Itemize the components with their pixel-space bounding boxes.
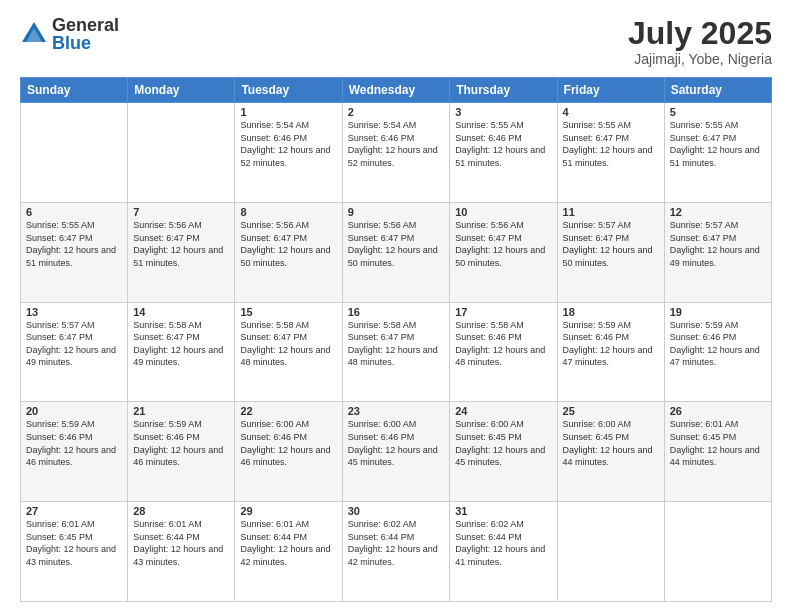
day-info: Sunrise: 5:59 AMSunset: 6:46 PMDaylight:…	[563, 319, 659, 369]
day-info: Sunrise: 5:58 AMSunset: 6:47 PMDaylight:…	[133, 319, 229, 369]
day-number: 10	[455, 206, 551, 218]
day-number: 21	[133, 405, 229, 417]
day-cell: 22Sunrise: 6:00 AMSunset: 6:46 PMDayligh…	[235, 402, 342, 502]
day-cell: 15Sunrise: 5:58 AMSunset: 6:47 PMDayligh…	[235, 302, 342, 402]
day-cell: 10Sunrise: 5:56 AMSunset: 6:47 PMDayligh…	[450, 202, 557, 302]
day-cell: 1Sunrise: 5:54 AMSunset: 6:46 PMDaylight…	[235, 103, 342, 203]
day-number: 6	[26, 206, 122, 218]
day-number: 16	[348, 306, 445, 318]
day-info: Sunrise: 5:58 AMSunset: 6:46 PMDaylight:…	[455, 319, 551, 369]
col-header-monday: Monday	[128, 78, 235, 103]
week-row-1: 1Sunrise: 5:54 AMSunset: 6:46 PMDaylight…	[21, 103, 772, 203]
day-cell: 8Sunrise: 5:56 AMSunset: 6:47 PMDaylight…	[235, 202, 342, 302]
day-number: 28	[133, 505, 229, 517]
day-cell: 26Sunrise: 6:01 AMSunset: 6:45 PMDayligh…	[664, 402, 771, 502]
day-cell: 9Sunrise: 5:56 AMSunset: 6:47 PMDaylight…	[342, 202, 450, 302]
day-info: Sunrise: 5:56 AMSunset: 6:47 PMDaylight:…	[133, 219, 229, 269]
day-number: 20	[26, 405, 122, 417]
day-number: 8	[240, 206, 336, 218]
day-cell: 17Sunrise: 5:58 AMSunset: 6:46 PMDayligh…	[450, 302, 557, 402]
day-number: 27	[26, 505, 122, 517]
day-number: 3	[455, 106, 551, 118]
day-cell: 12Sunrise: 5:57 AMSunset: 6:47 PMDayligh…	[664, 202, 771, 302]
day-cell: 14Sunrise: 5:58 AMSunset: 6:47 PMDayligh…	[128, 302, 235, 402]
day-cell: 29Sunrise: 6:01 AMSunset: 6:44 PMDayligh…	[235, 502, 342, 602]
day-info: Sunrise: 5:59 AMSunset: 6:46 PMDaylight:…	[26, 418, 122, 468]
day-number: 15	[240, 306, 336, 318]
day-cell	[128, 103, 235, 203]
day-number: 9	[348, 206, 445, 218]
col-header-saturday: Saturday	[664, 78, 771, 103]
day-info: Sunrise: 5:56 AMSunset: 6:47 PMDaylight:…	[240, 219, 336, 269]
logo-blue-text: Blue	[52, 34, 119, 52]
day-number: 25	[563, 405, 659, 417]
day-cell	[557, 502, 664, 602]
day-number: 23	[348, 405, 445, 417]
calendar: SundayMondayTuesdayWednesdayThursdayFrid…	[20, 77, 772, 602]
day-cell: 7Sunrise: 5:56 AMSunset: 6:47 PMDaylight…	[128, 202, 235, 302]
location: Jajimaji, Yobe, Nigeria	[628, 51, 772, 67]
day-cell: 18Sunrise: 5:59 AMSunset: 6:46 PMDayligh…	[557, 302, 664, 402]
day-cell: 23Sunrise: 6:00 AMSunset: 6:46 PMDayligh…	[342, 402, 450, 502]
title-block: July 2025 Jajimaji, Yobe, Nigeria	[628, 16, 772, 67]
logo: General Blue	[20, 16, 119, 52]
day-info: Sunrise: 5:58 AMSunset: 6:47 PMDaylight:…	[348, 319, 445, 369]
day-info: Sunrise: 5:58 AMSunset: 6:47 PMDaylight:…	[240, 319, 336, 369]
day-info: Sunrise: 6:01 AMSunset: 6:44 PMDaylight:…	[240, 518, 336, 568]
day-number: 4	[563, 106, 659, 118]
day-cell: 5Sunrise: 5:55 AMSunset: 6:47 PMDaylight…	[664, 103, 771, 203]
day-cell: 28Sunrise: 6:01 AMSunset: 6:44 PMDayligh…	[128, 502, 235, 602]
week-row-5: 27Sunrise: 6:01 AMSunset: 6:45 PMDayligh…	[21, 502, 772, 602]
col-header-thursday: Thursday	[450, 78, 557, 103]
day-number: 19	[670, 306, 766, 318]
day-info: Sunrise: 5:57 AMSunset: 6:47 PMDaylight:…	[563, 219, 659, 269]
day-cell	[664, 502, 771, 602]
day-info: Sunrise: 6:01 AMSunset: 6:45 PMDaylight:…	[26, 518, 122, 568]
day-info: Sunrise: 5:57 AMSunset: 6:47 PMDaylight:…	[26, 319, 122, 369]
day-number: 13	[26, 306, 122, 318]
day-number: 31	[455, 505, 551, 517]
week-row-3: 13Sunrise: 5:57 AMSunset: 6:47 PMDayligh…	[21, 302, 772, 402]
day-info: Sunrise: 6:01 AMSunset: 6:44 PMDaylight:…	[133, 518, 229, 568]
day-info: Sunrise: 6:02 AMSunset: 6:44 PMDaylight:…	[455, 518, 551, 568]
day-info: Sunrise: 5:54 AMSunset: 6:46 PMDaylight:…	[348, 119, 445, 169]
day-cell: 19Sunrise: 5:59 AMSunset: 6:46 PMDayligh…	[664, 302, 771, 402]
day-cell: 20Sunrise: 5:59 AMSunset: 6:46 PMDayligh…	[21, 402, 128, 502]
page: General Blue July 2025 Jajimaji, Yobe, N…	[0, 0, 792, 612]
day-number: 29	[240, 505, 336, 517]
header: General Blue July 2025 Jajimaji, Yobe, N…	[20, 16, 772, 67]
logo-general-text: General	[52, 16, 119, 34]
day-cell: 13Sunrise: 5:57 AMSunset: 6:47 PMDayligh…	[21, 302, 128, 402]
day-info: Sunrise: 6:00 AMSunset: 6:45 PMDaylight:…	[455, 418, 551, 468]
day-cell: 6Sunrise: 5:55 AMSunset: 6:47 PMDaylight…	[21, 202, 128, 302]
day-cell: 25Sunrise: 6:00 AMSunset: 6:45 PMDayligh…	[557, 402, 664, 502]
logo-icon	[20, 20, 48, 48]
month-year: July 2025	[628, 16, 772, 51]
day-cell: 27Sunrise: 6:01 AMSunset: 6:45 PMDayligh…	[21, 502, 128, 602]
calendar-header-row: SundayMondayTuesdayWednesdayThursdayFrid…	[21, 78, 772, 103]
day-number: 22	[240, 405, 336, 417]
day-info: Sunrise: 6:00 AMSunset: 6:46 PMDaylight:…	[348, 418, 445, 468]
day-number: 12	[670, 206, 766, 218]
col-header-friday: Friday	[557, 78, 664, 103]
day-number: 7	[133, 206, 229, 218]
day-cell: 16Sunrise: 5:58 AMSunset: 6:47 PMDayligh…	[342, 302, 450, 402]
col-header-sunday: Sunday	[21, 78, 128, 103]
day-info: Sunrise: 5:55 AMSunset: 6:47 PMDaylight:…	[670, 119, 766, 169]
day-cell	[21, 103, 128, 203]
day-number: 2	[348, 106, 445, 118]
day-cell: 11Sunrise: 5:57 AMSunset: 6:47 PMDayligh…	[557, 202, 664, 302]
day-info: Sunrise: 5:55 AMSunset: 6:47 PMDaylight:…	[26, 219, 122, 269]
day-cell: 3Sunrise: 5:55 AMSunset: 6:46 PMDaylight…	[450, 103, 557, 203]
day-info: Sunrise: 5:54 AMSunset: 6:46 PMDaylight:…	[240, 119, 336, 169]
day-info: Sunrise: 6:01 AMSunset: 6:45 PMDaylight:…	[670, 418, 766, 468]
day-number: 5	[670, 106, 766, 118]
day-number: 17	[455, 306, 551, 318]
day-number: 26	[670, 405, 766, 417]
day-number: 14	[133, 306, 229, 318]
day-info: Sunrise: 5:55 AMSunset: 6:46 PMDaylight:…	[455, 119, 551, 169]
day-info: Sunrise: 5:56 AMSunset: 6:47 PMDaylight:…	[348, 219, 445, 269]
col-header-tuesday: Tuesday	[235, 78, 342, 103]
day-cell: 21Sunrise: 5:59 AMSunset: 6:46 PMDayligh…	[128, 402, 235, 502]
day-number: 18	[563, 306, 659, 318]
